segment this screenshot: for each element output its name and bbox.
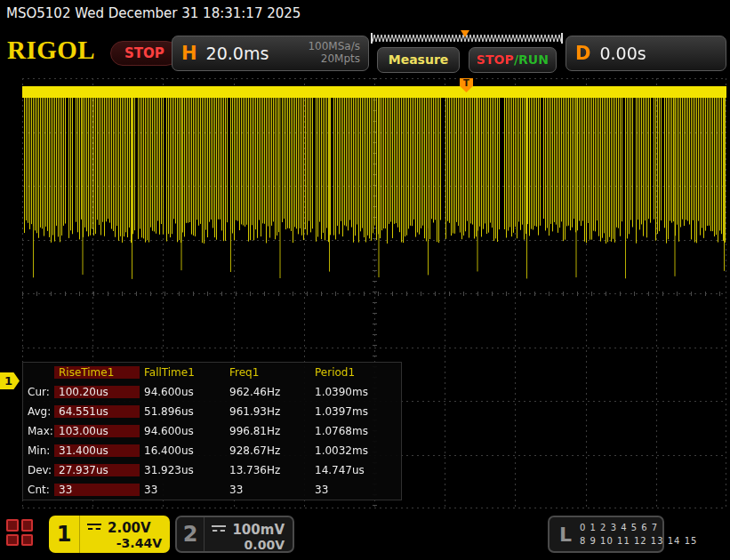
meas-value: 962.46Hz [225,386,310,398]
channel2-number: 2 [177,517,205,551]
meas-value: 100.20us [54,386,140,398]
meas-value: 51.896us [140,405,225,418]
run-state-badge: STOP [110,41,179,66]
meas-value: 1.0390ms [310,386,397,398]
meas-value: 33 [54,484,140,496]
meas-col-freq: Freq1 [225,366,310,379]
meas-col-risetime: RiseTime1 [54,366,140,379]
meas-value: 33 [310,484,397,496]
horizontal-timebase-block[interactable]: H 20.0ms 100MSa/s 20Mpts [172,36,369,71]
acquisition-info: 100MSa/s 20Mpts [308,41,368,66]
meas-value: 928.67Hz [225,444,310,457]
channel1-offset: -3.44V [87,536,162,550]
memory-depth: 20Mpts [321,52,360,65]
meas-value: 94.600us [140,386,225,398]
meas-value: 996.81Hz [225,425,310,437]
meas-value: 1.0032ms [310,444,397,457]
meas-row-label: Avg: [23,405,54,418]
logic-label: L [559,524,572,546]
meas-value: 13.736Hz [225,464,310,476]
grid-icon-cell [6,519,19,532]
logic-row1: 0 1 2 3 4 5 6 7 [580,523,658,532]
stop-label: STOP [477,52,514,67]
meas-col-falltime: FallTime1 [140,366,225,379]
dc-coupling-icon [87,524,101,533]
meas-row-label: Min: [23,444,54,457]
dc-coupling-icon [212,525,226,535]
channel1-scale: 2.00V [108,520,151,536]
meas-row-label: Max: [23,425,54,437]
sample-rate: 100MSa/s [308,40,360,52]
meas-value: 31.923us [140,464,225,476]
rigol-logo: RIGOL [7,36,95,65]
meas-value: 1.0397ms [310,405,397,418]
meas-col-period: Period1 [310,366,397,379]
meas-value: 16.400us [140,444,225,457]
delay-value: 0.00s [599,44,646,63]
stop-run-button[interactable]: STOP/RUN [469,47,557,73]
header: RIGOL STOP H 20.0ms 100MSa/s 20Mpts Meas… [0,27,730,78]
menu-grid-icon[interactable] [6,519,33,546]
meas-row-label: Dev: [23,464,54,476]
logic-channels-badge[interactable]: L 0 1 2 3 4 5 6 7 8 9 10 11 12 13 14 15 [548,516,664,553]
meas-value: 64.551us [54,405,140,418]
meas-value: 14.747us [310,464,397,476]
titlebar-text: MSO5102 Wed December 31 18:31:17 2025 [0,0,730,27]
channel2-scale: 100mV [232,522,285,538]
meas-value: 27.937us [54,464,140,476]
meas-value: 31.400us [54,444,140,457]
channel1-number: 1 [49,516,80,553]
grid-icon-cell [21,519,34,532]
channel2-offset: 0.00V [212,538,285,552]
oscilloscope-screen: MSO5102 Wed December 31 18:31:17 2025 RI… [0,0,730,560]
meas-value: 94.600us [140,425,225,437]
trigger-delay-block[interactable]: D 0.00s [566,36,726,71]
channel1-badge[interactable]: 1 2.00V -3.44V [49,516,170,553]
bottom-bar: 1 2.00V -3.44V 2 100mV 0.00V L [0,511,730,560]
h-label: H [181,43,197,64]
meas-row-label: Cnt: [23,484,54,496]
meas-value: 1.0768ms [310,425,397,437]
meas-value: 961.93Hz [225,405,310,418]
run-label: /RUN [514,52,549,67]
d-label: D [575,43,590,64]
measurement-panel[interactable]: RiseTime1 FallTime1 Freq1 Period1 Cur: 1… [22,362,402,500]
measure-button[interactable]: Measure [377,47,460,73]
meas-value: 103.00us [54,425,140,437]
channel1-level-marker[interactable]: 1 [0,372,20,389]
logic-row2: 8 9 10 11 12 13 14 15 [580,536,697,546]
meas-row-label: Cur: [23,386,54,398]
meas-value: 33 [140,484,225,496]
memory-waveform-strip [371,30,563,46]
grid-icon-cell [6,534,19,547]
channel2-badge[interactable]: 2 100mV 0.00V [175,516,294,553]
meas-value: 33 [225,484,310,496]
grid-icon-cell [21,534,34,547]
timebase-value: 20.0ms [206,44,269,63]
